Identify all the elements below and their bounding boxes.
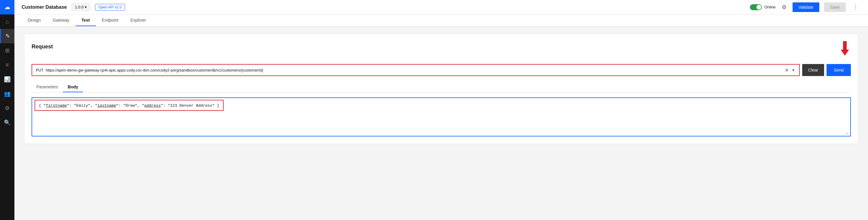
dropdown-url-button[interactable]: ▾ [791,67,796,73]
search-icon: 🔍 [4,119,10,126]
online-toggle-container: Online [750,4,776,10]
sub-tabs: Parameters Body [32,82,851,93]
chevron-down-icon: ▾ [792,68,794,72]
send-button[interactable]: Send [827,64,851,76]
sidebar-logo: ☁ [0,0,14,14]
page-title: Customer Database [22,4,67,10]
tabs-bar: Design Gateway Test Endpoint Explorer [14,14,868,27]
gear-button[interactable]: ⚙ [780,3,788,12]
version-value: 1.0.0 [75,5,84,9]
toggle-thumb [756,5,761,10]
body-empty-space[interactable] [32,113,850,128]
url-row: ✕ ▾ Clear Send [32,64,851,76]
body-textarea-outer: { "firstname": "Emily", "lastname": "Dre… [32,97,851,136]
main-content: Customer Database 1.0.0 ▾ Open API v2.0 … [14,0,868,220]
down-arrow-icon [839,41,851,56]
edit-icon: ✎ [5,33,10,39]
clear-url-button[interactable]: ✕ [783,67,790,74]
resize-handle[interactable]: ⊿ [846,132,850,135]
body-textarea-inner: { "firstname": "Emily", "lastname": "Dre… [35,100,224,111]
sidebar-item-home[interactable]: ⌂ [0,14,14,29]
header: Customer Database 1.0.0 ▾ Open API v2.0 … [14,0,868,14]
more-icon: ⋮ [853,4,858,10]
more-button[interactable]: ⋮ [850,3,861,12]
section-title: Request [32,43,53,50]
chart-icon: 📊 [4,76,10,83]
clear-button[interactable]: Clear [802,64,824,76]
tab-design[interactable]: Design [22,15,47,26]
sidebar-item-list[interactable]: ≡ [0,58,14,72]
sidebar-item-edit[interactable]: ✎ [0,29,14,43]
version-dropdown[interactable]: 1.0.0 ▾ [71,3,90,11]
openapi-badge[interactable]: Open API v2.0 [95,4,125,10]
users-icon: 👥 [4,91,10,97]
sidebar-item-users[interactable]: 👥 [0,87,14,101]
sub-tab-body[interactable]: Body [63,82,83,92]
online-toggle[interactable] [750,4,762,10]
sub-tab-parameters[interactable]: Parameters [32,82,63,92]
sidebar: ☁ ⌂ ✎ ⊞ ≡ 📊 👥 ⚙ 🔍 [0,0,14,220]
svg-marker-0 [841,41,849,56]
tab-explorer[interactable]: Explorer [124,15,152,26]
content-area: Request ✕ ▾ [14,27,868,220]
sidebar-item-chart[interactable]: 📊 [0,72,14,87]
sidebar-item-grid[interactable]: ⊞ [0,43,14,58]
list-icon: ≡ [6,62,9,68]
settings-icon: ⚙ [5,105,10,112]
url-controls: ✕ ▾ [783,67,796,74]
tab-test[interactable]: Test [75,15,96,26]
grid-icon: ⊞ [5,47,10,54]
sidebar-item-settings[interactable]: ⚙ [0,101,14,116]
tab-endpoint[interactable]: Endpoint [96,15,124,26]
gear-icon: ⚙ [782,4,786,10]
chevron-down-icon: ▾ [85,5,87,9]
body-content: { "firstname": "Emily", "lastname": "Dre… [39,103,219,108]
url-input[interactable] [36,68,783,72]
validate-button[interactable]: Validate [793,2,819,12]
x-icon: ✕ [785,68,789,73]
request-section: Request ✕ ▾ [24,34,858,144]
home-icon: ⌂ [6,19,9,25]
arrow-indicator [839,41,851,56]
online-label: Online [764,5,776,9]
tab-gateway[interactable]: Gateway [47,15,75,26]
sidebar-item-search[interactable]: 🔍 [0,116,14,130]
save-button[interactable]: Save [824,2,846,12]
url-input-container: ✕ ▾ [32,64,800,76]
